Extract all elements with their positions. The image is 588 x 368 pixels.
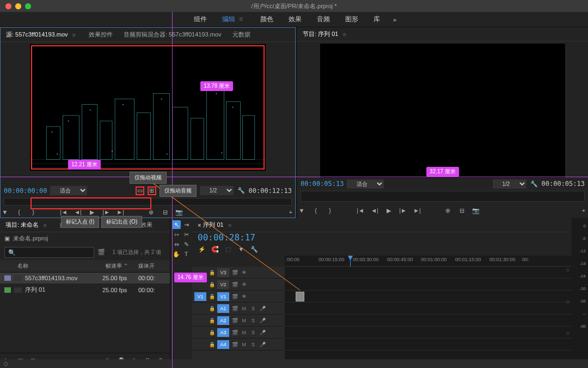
drag-audio-only-icon[interactable]: ⊞	[148, 186, 156, 195]
prog-go-out-icon[interactable]: ►|	[413, 206, 421, 215]
linked-selection-icon[interactable]: 🧲	[211, 245, 219, 254]
program-zoom-select[interactable]: 1/2	[493, 179, 526, 189]
razor-tool-icon[interactable]: ✂	[182, 230, 191, 239]
project-search-input[interactable]	[4, 247, 94, 258]
program-scrubber[interactable]	[301, 191, 585, 202]
status-icon: ⊙	[3, 360, 8, 367]
workspace-graphics[interactable]: 图形	[338, 11, 366, 27]
tab-project[interactable]: 项目: 未命名 ≡	[0, 218, 54, 232]
type-tool-icon[interactable]: T	[182, 250, 191, 258]
workspace-color[interactable]: 颜色	[253, 11, 281, 27]
prog-export-frame-icon[interactable]: 📷	[471, 206, 480, 215]
timeline-timecode[interactable]: 00:00:28:17	[192, 232, 572, 243]
prog-play-icon[interactable]: ▶	[384, 206, 393, 215]
mic-icon[interactable]: 🎤	[259, 341, 266, 348]
col-name[interactable]: 名称	[17, 262, 106, 270]
snap-icon[interactable]: ⚡	[198, 245, 206, 254]
maximize-window-button[interactable]	[25, 3, 31, 9]
circle-icon[interactable]: ○	[566, 330, 569, 336]
track-header-a3[interactable]: 🔒A3🎬MS🎤	[192, 327, 285, 339]
clapper-icon[interactable]: 🎬	[97, 249, 105, 256]
eye-icon[interactable]: 👁	[240, 269, 248, 276]
slip-tool-icon[interactable]: ⇔	[172, 240, 181, 249]
prog-marker-icon[interactable]: ▼	[297, 206, 306, 215]
source-scrubber[interactable]	[4, 198, 292, 206]
mic-icon[interactable]: 🎤	[259, 329, 266, 336]
selection-tool-icon[interactable]: ↖	[172, 220, 181, 229]
eye-icon[interactable]: 🎬	[231, 281, 238, 288]
drag-video-only-icon[interactable]: ▭	[136, 186, 144, 195]
add-marker-icon[interactable]: ▼	[1, 208, 9, 216]
col-start[interactable]: 媒体开	[138, 262, 166, 270]
eye-icon[interactable]: 👁	[240, 281, 248, 288]
tl-settings-icon[interactable]: 🔧	[250, 245, 259, 254]
minimize-window-button[interactable]	[15, 3, 21, 9]
mark-in-icon[interactable]: {	[15, 208, 23, 216]
close-window-button[interactable]	[5, 3, 11, 9]
program-timecode[interactable]: 00:00:05:13	[301, 180, 344, 188]
ripple-tool-icon[interactable]: ⇿	[172, 230, 181, 239]
prog-step-back-icon[interactable]: ◄|	[370, 206, 379, 215]
project-item-row[interactable]: 序列 01 25.00 fps 00:00:	[0, 283, 170, 296]
program-preview[interactable]: 32.17 厘米	[320, 44, 565, 178]
source-timecode[interactable]: 00:00:00:00	[4, 187, 47, 195]
program-settings-icon[interactable]: 🔧	[530, 179, 538, 188]
source-monitor-panel: 源: 557c3ff014193.mov ≡ 效果控件 音频剪辑混合器: 557…	[0, 27, 296, 218]
settings-icon[interactable]: 🔧	[237, 186, 246, 195]
track-header-a1[interactable]: 🔒A1🎬MS🎤	[192, 303, 285, 315]
eye-icon[interactable]: 🎬	[231, 293, 238, 300]
eye-icon[interactable]: 🎬	[231, 269, 238, 276]
workspace-audio[interactable]: 音频	[309, 11, 338, 27]
lock-icon[interactable]: 🔒	[208, 281, 216, 288]
workspace-effects[interactable]: 效果	[281, 11, 309, 27]
prog-step-fwd-icon[interactable]: |►	[399, 206, 407, 215]
tab-effect-controls[interactable]: 效果控件	[83, 28, 118, 41]
tab-source[interactable]: 源: 557c3ff014193.mov ≡	[1, 28, 83, 41]
prog-lift-icon[interactable]: ⊕	[443, 206, 452, 215]
lock-icon[interactable]: 🔒	[208, 329, 216, 336]
measure-badge-4: 14.76 厘米	[174, 273, 207, 282]
track-header-a4[interactable]: 🔒A4🎬MS🎤	[192, 339, 285, 351]
tab-metadata[interactable]: 元数据	[227, 28, 256, 41]
source-fit-select[interactable]: 适合	[50, 186, 87, 195]
hand-tool-icon[interactable]: ✋	[172, 250, 181, 258]
workspace-assembly[interactable]: 组件	[186, 11, 215, 27]
workspace-overflow[interactable]: »	[388, 13, 402, 26]
source-preview[interactable]: 13.78 厘米 12.21 厘米	[30, 44, 266, 171]
lock-icon[interactable]: 🔒	[208, 341, 216, 348]
track-select-tool-icon[interactable]: ⇥	[182, 220, 191, 229]
track-header-a2[interactable]: 🔒A2🎬MS🎤	[192, 315, 285, 327]
tab-program[interactable]: 节目: 序列 01 ≡	[297, 27, 354, 41]
source-zoom-select[interactable]: 1/2	[200, 186, 234, 195]
circle-icon[interactable]: ○	[566, 298, 569, 305]
prog-button-editor-icon[interactable]: +	[579, 206, 588, 215]
export-frame-icon[interactable]: 📷	[175, 208, 183, 216]
lock-icon[interactable]: 🔒	[208, 269, 216, 276]
workspace-editing[interactable]: 编辑 ≡	[215, 11, 253, 27]
prog-mark-out-icon[interactable]: }	[326, 206, 334, 215]
program-fit-select[interactable]: 适合	[347, 179, 384, 189]
lock-icon[interactable]: 🔒	[208, 305, 216, 312]
prog-extract-icon[interactable]: ⊟	[457, 206, 466, 215]
mic-icon[interactable]: 🎤	[259, 305, 266, 312]
lock-icon[interactable]: 🔒	[208, 317, 216, 324]
tab-sequence[interactable]: × 序列 01 ≡	[192, 218, 239, 232]
pen-tool-icon[interactable]: ✎	[182, 240, 191, 249]
mic-icon[interactable]: 🎤	[259, 317, 266, 324]
track-header-v1[interactable]: V1🔒V1🎬👁	[192, 291, 285, 303]
add-marker-tl-icon[interactable]: ⬚	[224, 245, 232, 254]
prog-mark-in-icon[interactable]: {	[311, 206, 320, 215]
eye-icon[interactable]: 👁	[240, 293, 248, 300]
timeline-track-area[interactable]: ○ ○ ○	[285, 267, 572, 368]
timeline-ruler[interactable]: :00:00 00:00:15:00 00:00:30:00 00:00:45:…	[285, 256, 572, 267]
prog-go-in-icon[interactable]: |◄	[356, 206, 365, 215]
button-editor-icon[interactable]: +	[286, 208, 295, 216]
workspace-libraries[interactable]: 库	[366, 11, 388, 27]
window-title: /用户/cc/桌面/PR/未命名.prproj *	[251, 2, 336, 10]
lock-icon[interactable]: 🔒	[208, 293, 216, 300]
timeline-clip[interactable]	[296, 292, 304, 301]
col-fps[interactable]: 帧速率 ⌃	[106, 262, 138, 270]
overwrite-icon[interactable]: ⊟	[161, 208, 169, 216]
project-item-row[interactable]: 557c3ff014193.mov 25.00 fps 00:00:	[0, 273, 170, 283]
circle-icon[interactable]: ○	[566, 267, 569, 273]
